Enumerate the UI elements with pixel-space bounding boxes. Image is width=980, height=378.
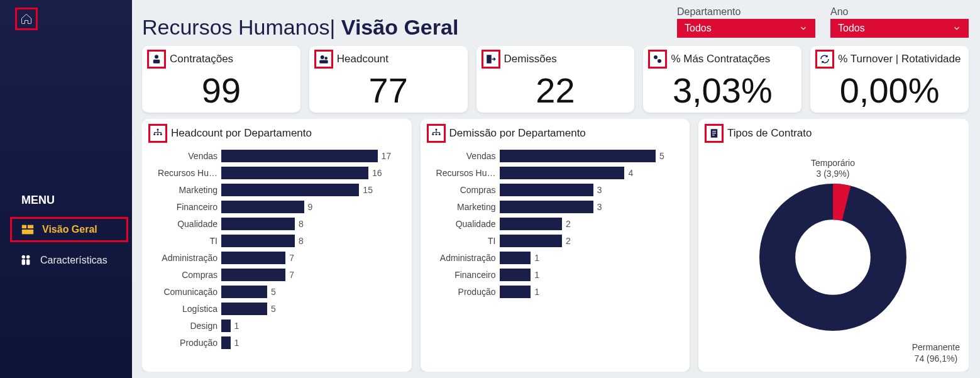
bar-track: 16 (221, 167, 399, 179)
bar-value: 3 (597, 185, 602, 195)
chevron-down-icon (952, 24, 961, 33)
svg-rect-8 (153, 60, 160, 64)
svg-rect-26 (712, 135, 715, 135)
bar-track: 1 (221, 320, 399, 332)
bar-row: Recursos Hu…4 (427, 166, 678, 180)
bar-row: Qualidade2 (427, 217, 678, 231)
kpi-value: 0,00% (815, 71, 964, 110)
bar-value: 9 (308, 202, 313, 212)
bar-row: Vendas17 (148, 149, 399, 163)
sidebar-item-label: Visão Geral (42, 224, 97, 235)
refresh-icon (819, 53, 830, 65)
bar-value: 4 (628, 168, 633, 178)
bar-track: 2 (500, 218, 678, 230)
chart-icon-box (705, 124, 724, 143)
bar-value: 1 (534, 253, 539, 263)
donut-label-perm: Permanente 74 (96,1%) (912, 342, 960, 364)
filter-department: Departamento Todos (677, 6, 815, 38)
bar-value: 1 (234, 338, 239, 348)
bar-value: 1 (234, 321, 239, 331)
dropdown-value: Todos (838, 23, 865, 34)
bar-category: Comunicação (148, 287, 217, 297)
bar-track: 3 (500, 201, 678, 213)
bar-row: Qualidade8 (148, 217, 399, 231)
kpi-row: Contratações 99 Headcount 77 Demissões 2… (142, 46, 969, 113)
dropdown-department[interactable]: Todos (677, 19, 815, 38)
bar-track: 3 (500, 184, 678, 196)
bar-value: 2 (566, 236, 571, 246)
chart-contract-types: Tipos de Contrato Temporário 3 (3,9%) Pe… (698, 119, 969, 372)
dropdown-year[interactable]: Todos (830, 19, 969, 38)
title-bold: Visão Geral (341, 15, 459, 39)
bar-fill (221, 269, 285, 281)
bar-category: Produção (427, 287, 496, 297)
chart-title: Headcount por Departamento (171, 127, 312, 140)
title-prefix: Recursos Humanos (142, 15, 330, 39)
bars-area: Vendas17Recursos Hu…16Marketing15Finance… (148, 149, 404, 365)
chart-headcount-dept: Headcount por Departamento Vendas17Recur… (142, 119, 412, 372)
svg-rect-5 (22, 259, 26, 265)
dropdown-value: Todos (685, 23, 712, 34)
bar-track: 2 (500, 235, 678, 247)
bar-fill (221, 336, 231, 349)
kpi-card-mas-contratacoes: % Más Contratações 3,03% (643, 46, 801, 113)
chart-title: Tipos de Contrato (727, 127, 812, 140)
bar-row: Financeiro9 (148, 200, 399, 214)
people-icon (19, 253, 33, 267)
donut-label-temp: Temporário 3 (3,9%) (811, 158, 855, 180)
kpi-label: Demissões (504, 53, 557, 65)
bar-category: TI (427, 236, 496, 246)
sidebar-item-label: Características (40, 255, 107, 266)
bar-track: 1 (221, 336, 399, 349)
bar-fill (221, 167, 368, 179)
bar-category: TI (148, 236, 217, 246)
bar-category: Financeiro (427, 270, 496, 280)
svg-point-4 (26, 255, 30, 259)
bar-row: Logística5 (148, 302, 399, 316)
svg-rect-25 (712, 133, 716, 133)
donut-label-sub: 74 (96,1%) (912, 353, 960, 365)
svg-point-22 (438, 133, 440, 135)
bar-row: Produção1 (148, 336, 399, 350)
bar-category: Marketing (148, 185, 217, 195)
home-button[interactable] (15, 8, 38, 30)
bar-track: 1 (500, 252, 678, 264)
bar-category: Compras (427, 185, 496, 195)
svg-point-21 (435, 133, 437, 135)
bars-area: Vendas5Recursos Hu…4Compras3Marketing3Qu… (427, 149, 683, 365)
bar-track: 5 (500, 150, 678, 162)
svg-point-9 (321, 55, 324, 59)
svg-point-15 (157, 128, 159, 130)
bar-category: Qualidade (427, 219, 496, 229)
bar-track: 4 (500, 167, 678, 179)
bar-category: Recursos Hu… (148, 168, 217, 178)
bar-row: Compras7 (148, 268, 399, 282)
donut-label-title: Permanente (912, 342, 960, 353)
bar-track: 17 (221, 150, 399, 162)
bar-fill (500, 235, 562, 247)
bar-category: Produção (148, 338, 217, 348)
kpi-icon-box (815, 50, 834, 69)
bar-fill (221, 218, 295, 230)
header-row: Recursos Humanos| Visão Geral Departamen… (142, 6, 969, 40)
bar-track: 5 (221, 303, 399, 315)
filter-label: Departamento (677, 6, 815, 18)
chevron-down-icon (799, 24, 808, 33)
menu-heading: MENU (21, 194, 132, 207)
sidebar-item-visao-geral[interactable]: Visão Geral (10, 217, 128, 242)
bar-fill (221, 201, 304, 213)
dashboard-icon (21, 223, 35, 236)
svg-point-10 (324, 57, 328, 60)
bar-row: Produção1 (427, 285, 678, 299)
bar-category: Marketing (427, 202, 496, 212)
bar-category: Administração (148, 253, 217, 263)
chart-title: Demissão por Departamento (449, 127, 586, 140)
svg-rect-24 (712, 131, 716, 131)
bar-fill (500, 269, 531, 281)
bar-value: 1 (534, 270, 539, 280)
bar-row: Marketing15 (148, 183, 399, 197)
svg-rect-0 (22, 225, 26, 229)
sidebar-item-caracteristicas[interactable]: Características (0, 248, 132, 272)
bar-value: 7 (289, 253, 294, 263)
bar-row: Comunicação5 (148, 285, 399, 299)
